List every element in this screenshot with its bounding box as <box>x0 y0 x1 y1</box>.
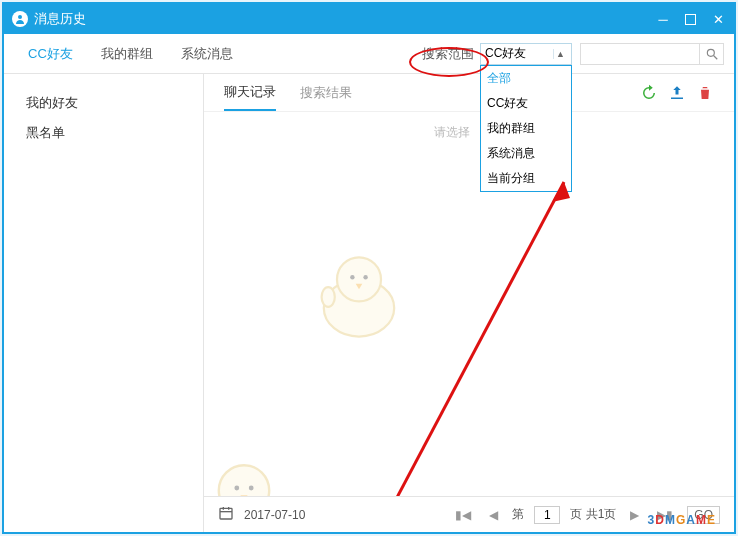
search-scope-dropdown[interactable]: CC好友 ▲ 全部 CC好友 我的群组 系统消息 当前分组 <box>480 43 572 65</box>
search-input[interactable] <box>580 43 700 65</box>
dropdown-panel: 全部 CC好友 我的群组 系统消息 当前分组 <box>480 65 572 192</box>
export-button[interactable] <box>668 84 686 102</box>
page-first-button[interactable]: ▮◀ <box>451 508 475 522</box>
dropdown-item-system-messages[interactable]: 系统消息 <box>481 141 571 166</box>
subtab-search-results[interactable]: 搜索结果 <box>300 76 352 110</box>
mascot-icon <box>204 452 304 496</box>
footer-bar: 2017-07-10 ▮◀ ◀ 第 页 共1页 ▶ ▶▮ GO <box>204 496 734 532</box>
tab-my-groups[interactable]: 我的群组 <box>87 34 167 74</box>
page-number-input[interactable] <box>534 506 560 524</box>
page-label-suffix: 页 共1页 <box>570 506 616 523</box>
content-area: 请选择 <box>204 112 734 496</box>
subtab-chat-log[interactable]: 聊天记录 <box>224 75 276 111</box>
svg-point-4 <box>337 257 381 301</box>
svg-line-2 <box>713 55 717 59</box>
page-next-button[interactable]: ▶ <box>626 508 643 522</box>
sidebar-item-my-friends[interactable]: 我的好友 <box>4 88 203 118</box>
export-icon <box>668 84 686 102</box>
search-icon <box>705 47 719 61</box>
dropdown-item-current-group[interactable]: 当前分组 <box>481 166 571 191</box>
mascot-icon <box>304 242 414 352</box>
dropdown-selected: CC好友 <box>485 45 553 62</box>
svg-point-10 <box>234 486 239 491</box>
page-go-button[interactable]: GO <box>687 506 720 524</box>
search-button[interactable] <box>700 43 724 65</box>
svg-point-6 <box>363 275 367 279</box>
page-label-prefix: 第 <box>512 506 524 523</box>
app-logo-icon <box>12 11 28 27</box>
dropdown-item-cc-friends[interactable]: CC好友 <box>481 91 571 116</box>
minimize-button[interactable]: ─ <box>655 12 671 27</box>
close-button[interactable]: ✕ <box>710 12 726 27</box>
tab-cc-friends[interactable]: CC好友 <box>14 34 87 74</box>
trash-icon <box>697 85 713 101</box>
page-last-button[interactable]: ▶▮ <box>653 508 677 522</box>
title-bar: 消息历史 ─ ✕ <box>4 4 734 34</box>
maximize-button[interactable] <box>685 14 696 25</box>
dropdown-item-all[interactable]: 全部 <box>481 66 571 91</box>
sidebar: 我的好友 黑名单 <box>4 74 204 532</box>
chevron-up-icon: ▲ <box>553 49 567 59</box>
svg-rect-18 <box>220 508 232 519</box>
footer-date[interactable]: 2017-07-10 <box>244 508 441 522</box>
tab-system-messages[interactable]: 系统消息 <box>167 34 247 74</box>
refresh-icon <box>640 84 658 102</box>
calendar-icon[interactable] <box>218 505 234 524</box>
window-title: 消息历史 <box>34 10 655 28</box>
top-tabs: CC好友 我的群组 系统消息 搜索范围 CC好友 ▲ 全部 CC好友 我的群组 … <box>4 34 734 74</box>
svg-point-9 <box>219 465 269 496</box>
sidebar-item-blacklist[interactable]: 黑名单 <box>4 118 203 148</box>
svg-point-5 <box>350 275 354 279</box>
delete-button[interactable] <box>696 84 714 102</box>
refresh-button[interactable] <box>640 84 658 102</box>
sub-tabs: 聊天记录 搜索结果 <box>204 74 734 112</box>
svg-point-1 <box>707 49 714 56</box>
dropdown-item-my-groups[interactable]: 我的群组 <box>481 116 571 141</box>
content-placeholder: 请选择 <box>434 124 470 141</box>
page-prev-button[interactable]: ◀ <box>485 508 502 522</box>
svg-point-0 <box>18 15 22 19</box>
search-scope-label: 搜索范围 <box>422 45 480 63</box>
svg-point-11 <box>249 486 254 491</box>
svg-point-7 <box>322 287 335 307</box>
